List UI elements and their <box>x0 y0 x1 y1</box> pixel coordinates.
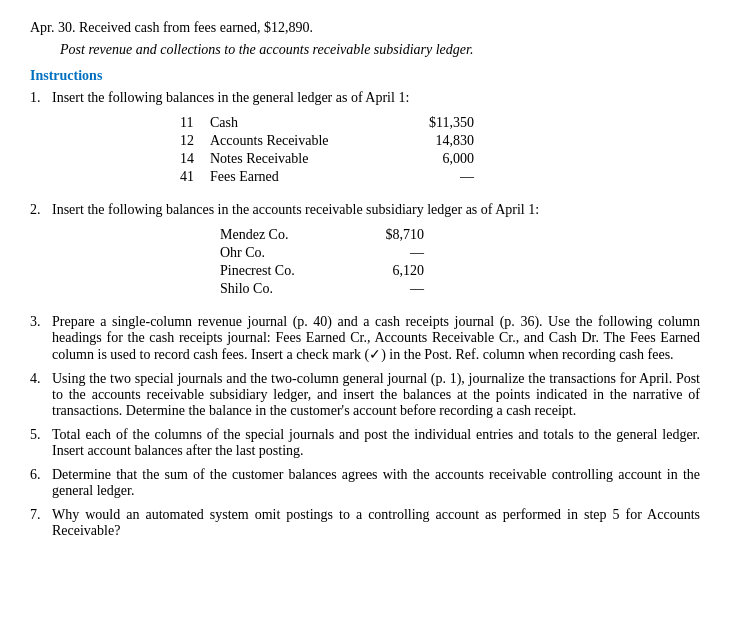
table-row: 12 Accounts Receivable 14,830 <box>172 132 482 150</box>
subsidiary-balance: $8,710 <box>352 226 432 244</box>
table-row: 11 Cash $11,350 <box>172 114 482 132</box>
account-name: Notes Receivable <box>202 150 402 168</box>
subsidiary-balance: — <box>352 244 432 262</box>
subsidiary-balance: 6,120 <box>352 262 432 280</box>
table-row: Shilo Co. — <box>212 280 432 298</box>
table-row: Ohr Co. — <box>212 244 432 262</box>
header-line1: Apr. 30. Received cash from fees earned,… <box>30 20 700 36</box>
item-1-text: Insert the following balances in the gen… <box>52 90 409 105</box>
subsidiary-balance: — <box>352 280 432 298</box>
subsidiary-name: Ohr Co. <box>212 244 352 262</box>
item-5-text: Total each of the columns of the special… <box>52 427 700 459</box>
item-3: 3. Prepare a single-column revenue journ… <box>30 314 700 363</box>
account-balance: 14,830 <box>402 132 482 150</box>
header-line2: Post revenue and collections to the acco… <box>30 42 700 58</box>
account-name: Fees Earned <box>202 168 402 186</box>
account-name: Accounts Receivable <box>202 132 402 150</box>
account-balance: 6,000 <box>402 150 482 168</box>
account-name: Cash <box>202 114 402 132</box>
subsidiary-table: Mendez Co. $8,710 Ohr Co. — Pinecrest Co… <box>212 226 432 298</box>
item-3-num: 3. <box>30 314 52 363</box>
account-num: 11 <box>172 114 202 132</box>
subsidiary-name: Pinecrest Co. <box>212 262 352 280</box>
item-2-text: Insert the following balances in the acc… <box>52 202 539 217</box>
table-row: Mendez Co. $8,710 <box>212 226 432 244</box>
table-row: 41 Fees Earned — <box>172 168 482 186</box>
item-1-num: 1. <box>30 90 52 194</box>
item-4-num: 4. <box>30 371 52 419</box>
subsidiary-name: Shilo Co. <box>212 280 352 298</box>
item-2-num: 2. <box>30 202 52 306</box>
item-5: 5. Total each of the columns of the spec… <box>30 427 700 459</box>
item-6-num: 6. <box>30 467 52 499</box>
item-2: 2. Insert the following balances in the … <box>30 202 700 306</box>
account-balance: — <box>402 168 482 186</box>
table-row: Pinecrest Co. 6,120 <box>212 262 432 280</box>
item-7-text: Why would an automated system omit posti… <box>52 507 700 539</box>
item-5-num: 5. <box>30 427 52 459</box>
subsidiary-name: Mendez Co. <box>212 226 352 244</box>
item-4: 4. Using the two special journals and th… <box>30 371 700 419</box>
item-6: 6. Determine that the sum of the custome… <box>30 467 700 499</box>
item-7-num: 7. <box>30 507 52 539</box>
account-balance: $11,350 <box>402 114 482 132</box>
item-4-text: Using the two special journals and the t… <box>52 371 700 419</box>
item-3-text: Prepare a single-column revenue journal … <box>52 314 700 363</box>
ledger-table: 11 Cash $11,350 12 Accounts Receivable 1… <box>172 114 482 186</box>
account-num: 41 <box>172 168 202 186</box>
account-num: 14 <box>172 150 202 168</box>
table-row: 14 Notes Receivable 6,000 <box>172 150 482 168</box>
account-num: 12 <box>172 132 202 150</box>
item-7: 7. Why would an automated system omit po… <box>30 507 700 539</box>
item-6-text: Determine that the sum of the customer b… <box>52 467 700 499</box>
item-1: 1. Insert the following balances in the … <box>30 90 700 194</box>
instructions-label: Instructions <box>30 68 700 84</box>
